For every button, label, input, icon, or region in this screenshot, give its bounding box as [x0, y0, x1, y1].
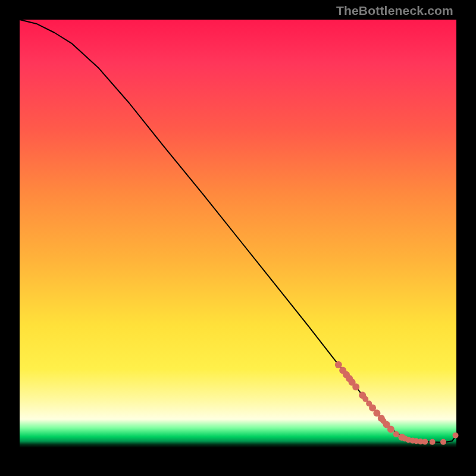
chart-frame: TheBottleneck.com: [0, 0, 476, 476]
plot-area: [20, 20, 456, 456]
watermark-text: TheBottleneck.com: [336, 4, 453, 18]
